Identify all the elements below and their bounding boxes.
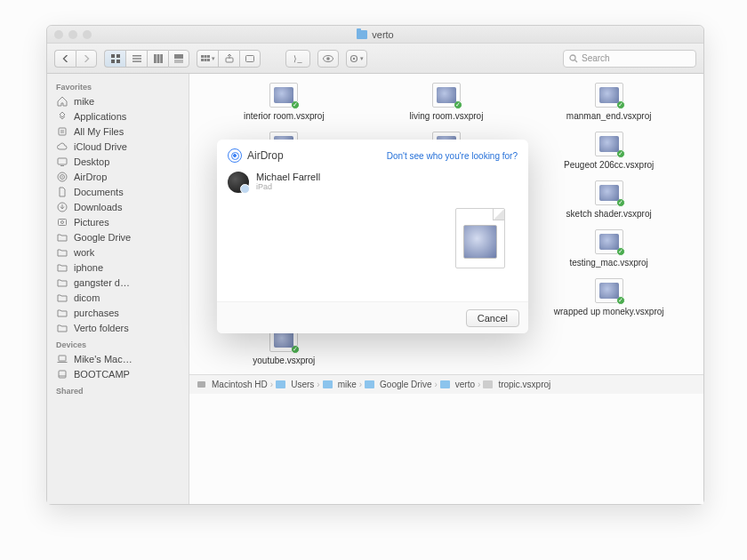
svg-rect-42 [197, 381, 205, 388]
sync-badge-icon: ✓ [291, 345, 300, 354]
sidebar-item[interactable]: Mike's Mac… [47, 351, 189, 366]
airdrop-sheet: AirDrop Don't see who you're looking for… [217, 140, 528, 333]
sidebar-item[interactable]: Google Drive [47, 229, 189, 244]
list-view-button[interactable] [125, 50, 147, 68]
minimize-window[interactable] [68, 30, 77, 39]
sidebar-section-header: Favorites [47, 77, 189, 93]
sidebar-item[interactable]: Verto folders [47, 320, 189, 335]
svg-rect-20 [246, 55, 254, 61]
airdrop-icon [56, 172, 68, 182]
sidebar-item[interactable]: Applications [47, 108, 189, 124]
file-name: wrapped up moneky.vsxproj [554, 307, 664, 316]
path-segment[interactable]: verto [455, 380, 475, 389]
sidebar-item[interactable]: dicom [47, 290, 189, 305]
file-item[interactable]: ✓Peugeot 206cc.vsxproj [532, 132, 686, 170]
sidebar-item-label: Mike's Mac… [74, 354, 133, 364]
svg-point-24 [353, 57, 355, 59]
path-segment[interactable]: Macintosh HD [212, 380, 268, 389]
file-icon [483, 380, 493, 388]
sidebar-item[interactable]: Pictures [47, 214, 189, 229]
sidebar-item[interactable]: iphone [47, 260, 189, 275]
recipient-name: Michael Farrell [256, 172, 320, 182]
path-segment[interactable]: Users [291, 380, 314, 389]
sidebar-item[interactable]: mike [47, 93, 189, 108]
folder-icon [56, 277, 68, 288]
svg-rect-3 [116, 60, 120, 63]
svg-point-37 [61, 220, 64, 223]
sidebar-item[interactable]: gangster d… [47, 275, 189, 290]
path-button[interactable]: ⟩_ [285, 50, 310, 68]
svg-rect-16 [201, 59, 204, 61]
cloud-icon [56, 141, 68, 152]
search-field[interactable]: Search [563, 50, 696, 68]
file-item[interactable]: ✓sketch shader.vsxproj [532, 180, 686, 219]
forward-button[interactable] [76, 50, 97, 68]
path-segment[interactable]: tropic.vsxproj [498, 380, 550, 389]
search-placeholder: Search [582, 53, 610, 63]
path-segment[interactable]: Google Drive [380, 380, 431, 389]
sidebar-item[interactable]: iCloud Drive [47, 139, 189, 154]
arrange-segment: ▾ [197, 50, 261, 68]
svg-rect-10 [174, 54, 183, 59]
airdrop-help-link[interactable]: Don't see who you're looking for? [387, 151, 518, 161]
sidebar-item-label: purchases [74, 308, 119, 318]
sidebar-item[interactable]: work [47, 244, 189, 260]
svg-rect-1 [116, 54, 120, 58]
svg-rect-36 [59, 219, 67, 225]
svg-rect-7 [154, 54, 157, 63]
file-name: interior room.vsxproj [244, 111, 325, 121]
column-view-button[interactable] [147, 50, 168, 68]
sidebar-item[interactable]: Desktop [47, 154, 189, 169]
sidebar-item-label: Google Drive [74, 232, 131, 243]
window-title: verto [372, 29, 393, 40]
path-bar: Macintosh HD›Users›mike›Google Drive›ver… [189, 374, 703, 394]
svg-rect-40 [59, 371, 66, 378]
svg-rect-14 [204, 55, 206, 58]
tags-button[interactable] [239, 50, 261, 68]
disk-icon [56, 369, 68, 380]
cancel-button[interactable]: Cancel [466, 309, 519, 327]
downloads-icon [56, 202, 68, 212]
chevron-right-icon: › [359, 380, 362, 389]
path-segment[interactable]: mike [338, 380, 357, 389]
arrange-button[interactable]: ▾ [197, 50, 218, 68]
sync-badge-icon: ✓ [616, 198, 625, 207]
share-button[interactable] [218, 50, 239, 68]
svg-line-26 [575, 60, 578, 62]
sidebar-section-header: Devices [47, 335, 189, 351]
folder-icon [56, 308, 68, 318]
sidebar-item-label: Downloads [74, 202, 122, 212]
coverflow-view-button[interactable] [168, 50, 189, 68]
sidebar-item-label: BOOTCAMP [74, 369, 130, 380]
desktop-icon [56, 156, 68, 167]
back-button[interactable] [54, 50, 76, 68]
sidebar-item-label: gangster d… [74, 277, 130, 288]
file-item[interactable]: ✓testing_mac.vsxproj [532, 229, 686, 268]
svg-point-22 [326, 57, 330, 60]
quicklook-button[interactable] [317, 50, 339, 68]
chevron-right-icon: › [434, 380, 437, 389]
file-item[interactable]: ✓wrapped up moneky.vsxproj [532, 278, 686, 316]
file-item[interactable]: ✓manman_end.vsxproj [532, 83, 686, 121]
sync-badge-icon: ✓ [616, 100, 625, 109]
sidebar-item[interactable]: purchases [47, 305, 189, 320]
sidebar-item[interactable]: Downloads [47, 199, 189, 214]
close-window[interactable] [54, 30, 63, 39]
icon-view-button[interactable] [104, 50, 125, 68]
svg-rect-11 [174, 60, 183, 60]
file-name: living room.vsxproj [410, 111, 484, 121]
airdrop-recipient[interactable]: Michael Farrell iPad [228, 172, 445, 291]
file-thumbnail: ✓ [432, 83, 461, 108]
folder-icon [56, 262, 68, 273]
sidebar-item-label: Verto folders [74, 323, 129, 333]
sidebar-item[interactable]: Documents [47, 184, 189, 199]
file-item[interactable]: ✓interior room.vsxproj [207, 83, 361, 121]
svg-rect-15 [207, 55, 210, 58]
sidebar-item[interactable]: BOOTCAMP [47, 366, 189, 381]
zoom-window[interactable] [83, 30, 92, 39]
sidebar-item[interactable]: All My Files [47, 124, 189, 139]
sidebar-item[interactable]: AirDrop [47, 169, 189, 184]
file-item[interactable]: ✓living room.vsxproj [370, 83, 524, 121]
action-button[interactable]: ▾ [346, 50, 367, 68]
sidebar-item-label: iphone [74, 262, 103, 273]
